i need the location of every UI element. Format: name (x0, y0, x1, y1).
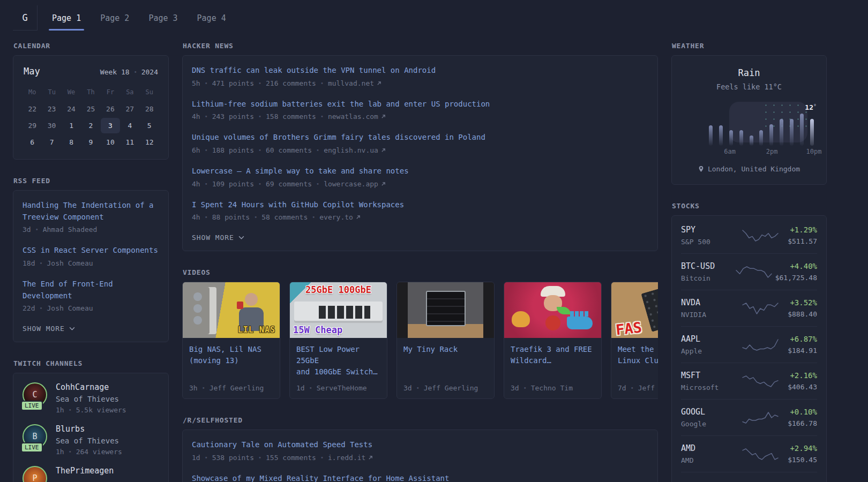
news-item-title[interactable]: Unique volumes of Brothers Grimm fairy t… (192, 132, 648, 144)
meta-text: 1h (56, 448, 64, 456)
tab-page-2[interactable]: Page 2 (97, 5, 132, 31)
news-domain-link[interactable]: english.nv.ua (324, 146, 386, 154)
rss-item-title[interactable]: The End of Front-End Development (23, 278, 159, 302)
page-tabs: Page 1Page 2Page 3Page 4 (49, 5, 229, 31)
stock-symbol: MSFT (681, 371, 732, 380)
reddit-domain-link[interactable]: i.redd.it (328, 454, 373, 462)
hackernews-card: DNS traffic can leak outside the VPN tun… (182, 55, 658, 251)
reddit-item-title[interactable]: Cautionary Tale on Automated Speed Tests (192, 439, 648, 451)
twitch-channel-row[interactable]: P ThePrimeagen (23, 466, 159, 482)
news-meta: 4h•109 points•69 comments•lowercase.app (192, 180, 648, 188)
meta-text: 155 comments (266, 454, 316, 462)
meta-text: 7d (618, 384, 626, 392)
rss-item-title[interactable]: Handling The Indentation of a Treeview C… (23, 200, 159, 223)
stock-row-aapl[interactable]: AAPL Apple +6.87% $184.91 (681, 326, 817, 363)
channel-game[interactable]: Sea of Thieves (56, 436, 122, 445)
stock-change: +6.87% (788, 335, 817, 343)
video-title[interactable]: Big NAS, Lil NAS (moving 13) (189, 344, 273, 366)
show-more-button[interactable]: SHOW MORE (192, 234, 244, 242)
calendar-day: 23 (42, 101, 61, 117)
time-axis-label: 6am (724, 148, 736, 155)
channel-name[interactable]: ThePrimeagen (56, 466, 114, 476)
stock-change: +0.10% (788, 408, 817, 416)
show-more-button[interactable]: SHOW MORE (23, 325, 75, 333)
video-card[interactable]: LIL NAS Big NAS, Lil NAS (moving 13) 3h•… (182, 282, 280, 399)
meta-text: 5.5k viewers (76, 406, 126, 414)
tab-page-1[interactable]: Page 1 (49, 5, 84, 31)
video-body: Big NAS, Lil NAS (moving 13) 3h•Jeff Gee… (183, 338, 280, 398)
hackernews-section-title: HACKER NEWS (183, 42, 657, 50)
twitch-channel-row[interactable]: C LIVE CohhCarnage Sea of Thieves 1h•5.5… (23, 382, 159, 414)
news-item-title[interactable]: Lowercase – A simple way to take and sha… (192, 165, 648, 177)
video-card[interactable]: My Tiny Rack 3d•Jeff Geerling (396, 282, 495, 399)
dot-separator: • (205, 214, 208, 220)
news-domain-link[interactable]: newatlas.com (328, 112, 386, 120)
tab-page-3[interactable]: Page 3 (145, 5, 181, 31)
video-thumbnail[interactable]: FAS (611, 282, 658, 338)
rss-item: The End of Front-End Development22d•Josh… (23, 278, 159, 312)
video-thumbnail[interactable] (397, 282, 494, 338)
dot-separator: • (202, 385, 205, 391)
external-link-icon (356, 215, 361, 220)
stock-row-amd[interactable]: AMD AMD +2.94% $150.45 (681, 435, 817, 472)
reddit-item-title[interactable]: Showcase of my Mixed Reality Interface f… (192, 473, 648, 482)
leaf-graphic (557, 307, 571, 314)
calendar-month: May (24, 66, 40, 77)
channel-avatar: C LIVE (23, 382, 47, 407)
dot-separator: • (309, 385, 312, 391)
tab-page-4[interactable]: Page 4 (194, 5, 229, 31)
app-logo[interactable]: G (13, 5, 38, 31)
twitch-section: TWITCH CHANNELS C LIVE CohhCarnage Sea o… (13, 359, 169, 482)
video-thumbnail[interactable]: 25GbE 100GbE 15W Cheap (290, 282, 387, 338)
news-item: DNS traffic can leak outside the VPN tun… (192, 65, 648, 87)
twitch-section-title: TWITCH CHANNELS (13, 359, 168, 367)
twitch-channel-row[interactable]: B LIVE Blurbs Sea of Thieves 1h•264 view… (23, 424, 159, 456)
news-domain-link[interactable]: lowercase.app (324, 180, 386, 188)
videos-section: VIDEOS LIL NAS Big NAS, Lil NAS (moving … (182, 268, 658, 399)
stock-identity: BTC-USD Bitcoin (681, 261, 732, 282)
reddit-meta: 1d•538 points•155 comments•i.redd.it (192, 454, 648, 462)
video-title[interactable]: BEST Low Power 25GbE and 100GbE Switch… (296, 344, 380, 378)
stock-row-btc-usd[interactable]: BTC-USD Bitcoin +4.40% $61,725.48 (681, 253, 817, 290)
news-domain-link[interactable]: mullvad.net (328, 79, 381, 87)
orange-graphic (512, 311, 530, 327)
calendar-day: 10 (101, 134, 120, 150)
news-item-title[interactable]: DNS traffic can leak outside the VPN tun… (192, 65, 648, 77)
stock-sparkline (735, 264, 773, 280)
calendar-weekday: Tu (42, 86, 61, 100)
video-thumbnail[interactable] (504, 282, 601, 338)
stock-row-msft[interactable]: MSFT Microsoft +2.16% $406.43 (681, 363, 817, 399)
rss-item-title[interactable]: CSS in React Server Components (23, 245, 159, 257)
time-axis-label: 10pm (806, 148, 822, 155)
video-title[interactable]: My Tiny Rack (403, 344, 488, 355)
dot-separator: • (134, 69, 137, 75)
dot-separator: • (258, 147, 261, 153)
dot-separator: • (39, 260, 42, 266)
stock-row-googl[interactable]: GOOGL Google +0.10% $166.78 (681, 399, 817, 435)
meta-text: 1h (56, 406, 64, 414)
stock-row-nvda[interactable]: NVDA NVIDIA +3.52% $888.40 (681, 290, 817, 326)
channel-name[interactable]: Blurbs (56, 424, 122, 434)
news-item-title[interactable]: Lithium-free sodium batteries exit the l… (192, 99, 648, 110)
dot-separator: • (320, 455, 324, 461)
video-card[interactable]: FAS Meet the Linux Clu 7d•Jeff Geerling (611, 282, 658, 399)
stock-row-rddt[interactable]: RDDT -1.65% (681, 472, 817, 482)
stock-values: +2.94% $150.45 (788, 444, 817, 464)
dot-separator: • (631, 385, 634, 391)
reddit-item: Cautionary Tale on Automated Speed Tests… (192, 439, 648, 462)
video-card[interactable]: Traefik 3 and FREE Wildcard… 3d•Techno T… (504, 282, 602, 399)
video-card[interactable]: 25GbE 100GbE 15W Cheap BEST Low Power 25… (289, 282, 387, 399)
channel-game[interactable]: Sea of Thieves (56, 395, 126, 403)
video-title[interactable]: Traefik 3 and FREE Wildcard… (511, 344, 595, 366)
video-title[interactable]: Meet the Linux Clu (618, 344, 658, 366)
news-domain-link[interactable]: every.to (319, 213, 361, 221)
dot-separator: • (205, 455, 208, 461)
stock-row-spy[interactable]: SPY S&P 500 +1.29% $511.57 (681, 217, 817, 253)
channel-name[interactable]: CohhCarnage (56, 382, 126, 392)
news-item-title[interactable]: I Spent 24 Hours with GitHub Copilot Wor… (192, 199, 648, 211)
meta-text: 158 comments (266, 112, 316, 120)
thumbnail-caption: LIL NAS (238, 325, 275, 335)
video-thumbnail[interactable]: LIL NAS (183, 282, 280, 338)
stock-sparkline (742, 373, 779, 389)
external-link-icon (381, 114, 386, 119)
